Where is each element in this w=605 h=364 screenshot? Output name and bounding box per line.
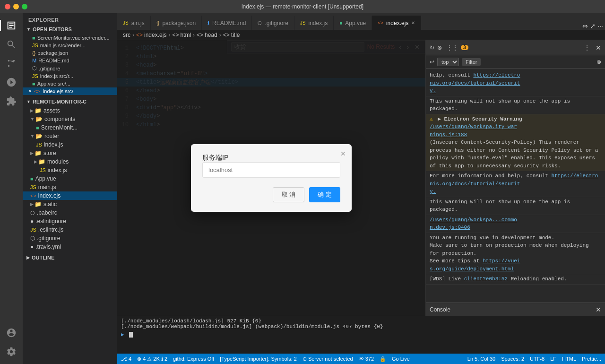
devtools-back-icon[interactable]: ↩ — [430, 59, 434, 65]
console-close-button[interactable]: ✕ — [596, 306, 601, 313]
git-status[interactable]: ⎇ 4 — [121, 356, 131, 362]
open-editor-main[interactable]: JS main.js src/render... — [23, 42, 117, 49]
devtools-more-icon[interactable]: ⋮⋮ — [447, 44, 458, 51]
server-ip-input[interactable] — [202, 162, 340, 178]
spaces-status[interactable]: Spaces: 2 — [501, 356, 524, 362]
tree-components[interactable]: ▼ 📂 components — [23, 115, 117, 123]
golive-status[interactable]: Go Live — [392, 356, 410, 362]
tree-assets[interactable]: ▶ 📁 assets — [23, 106, 117, 115]
log-entry-warning: ⚠ ▶ Electron Security Warning /Users/gua… — [426, 114, 605, 172]
breadcrumb-head[interactable]: <> head — [197, 32, 217, 38]
devtools-close-button[interactable]: ✕ — [596, 44, 601, 52]
js5-icon: JS — [30, 184, 36, 190]
tree-indexejs[interactable]: <> index.ejs — [23, 191, 117, 200]
tree-static[interactable]: ▶ 📁 static — [23, 200, 117, 208]
cancel-button[interactable]: 取 消 — [273, 187, 305, 202]
open-editor-indexejs[interactable]: ✕ <> index.ejs src/ — [23, 87, 117, 95]
tab-close-indexejs[interactable]: ✕ — [411, 20, 415, 26]
open-editor-indexjs[interactable]: JS index.js src/r... — [23, 72, 117, 80]
prettier-status[interactable]: Prettie... — [582, 356, 601, 362]
open-editors-section[interactable]: ▼ OPEN EDITORS — [23, 25, 117, 34]
devtools-more-actions[interactable]: ⋮ — [584, 44, 590, 51]
open-editor-appvue[interactable]: ■ App.vue src/... — [23, 80, 117, 87]
toggle-panel-button[interactable]: ⤢ — [590, 22, 596, 30]
log-link-5[interactable]: client?e0b3:52 — [464, 276, 508, 282]
log-link-3[interactable]: /Users/guang/workspa...common.dev.js:040… — [430, 217, 517, 231]
activity-remote[interactable] — [3, 324, 20, 341]
more-actions-button[interactable]: ··· — [597, 22, 603, 30]
encoding-status[interactable]: UTF-8 — [530, 356, 544, 362]
editor-toolbar: ⇔ ⤢ ··· — [580, 22, 605, 30]
tree-store[interactable]: ▶ 📁 store — [23, 149, 117, 157]
split-editor-button[interactable]: ⇔ — [582, 22, 588, 30]
close-icon-ejs[interactable]: ✕ — [28, 89, 32, 94]
tab-appvue[interactable]: ■ App.vue — [334, 16, 372, 30]
server-icon: ⊙ — [302, 356, 307, 362]
dialog-close-button[interactable]: ✕ — [340, 150, 346, 157]
breadcrumb-indexejs[interactable]: <> index.ejs — [136, 32, 166, 38]
open-editor-package[interactable]: {} package.json — [23, 49, 117, 57]
tab-gitignore[interactable]: ⬡ .gitignore — [252, 16, 294, 30]
activity-settings[interactable] — [3, 343, 20, 360]
filter-button[interactable]: Filter — [462, 58, 481, 66]
activity-search[interactable] — [3, 36, 20, 53]
githd-status[interactable]: githd: Express Off — [173, 356, 214, 362]
lines-status[interactable]: 👁 372 — [359, 356, 374, 362]
devtools-reload-icon[interactable]: ↻ — [430, 44, 434, 51]
devtools-log-content[interactable]: help, consult https://electronis.org/doc… — [426, 69, 605, 303]
error-warning-status[interactable]: ⊗ 4 ⚠ 2K ℹ 2 — [137, 356, 167, 362]
tab-indexejs[interactable]: <> index.ejs ✕ — [372, 16, 421, 30]
outline-section[interactable]: ▶ OUTLINE — [23, 253, 117, 262]
open-editor-readme[interactable]: M README.md — [23, 57, 117, 64]
tree-router-index[interactable]: JS index.js — [23, 140, 117, 149]
tree-eslintignore[interactable]: ● .eslintignore — [23, 217, 117, 225]
tree-eslintrc[interactable]: JS .eslintrc.js — [23, 225, 117, 234]
tab-ainjs[interactable]: JS ain.js — [117, 16, 151, 30]
tree-appvue[interactable]: ■ App.vue — [23, 174, 117, 183]
close-button[interactable] — [5, 4, 10, 9]
folder-icon-6: 📁 — [35, 201, 42, 208]
breadcrumb-src[interactable]: src — [123, 32, 130, 38]
tree-screenmonitor[interactable]: ■ ScreenMonit... — [23, 123, 117, 132]
vue4-icon: ■ — [30, 176, 34, 182]
ts-importer-status[interactable]: [TypeScript Importer]: Symbols: 2 — [220, 356, 297, 362]
js3-icon: JS — [36, 142, 42, 147]
warn-source-link[interactable]: /Users/guang/workspa.ity-warnings.js:188 — [430, 124, 517, 138]
minimize-button[interactable] — [13, 4, 19, 9]
maximize-button[interactable] — [22, 4, 27, 9]
tab-packagejson[interactable]: {} package.json — [151, 16, 202, 30]
terminal-area: [./node_modules/lodash/lodash.js] 527 Ki… — [117, 316, 605, 354]
dialog-overlay: 服务端IP ✕ 取 消 确 定 — [117, 40, 425, 316]
breadcrumb-html[interactable]: <> html — [172, 32, 191, 38]
editor-content[interactable]: No Results ‹ › ✕ 1<!DOCTYPE html> 2<html… — [117, 40, 425, 316]
activity-explorer[interactable] — [3, 17, 20, 34]
devtools-stop-icon[interactable]: ⊗ — [437, 44, 442, 51]
tree-mainjs[interactable]: JS main.js — [23, 183, 117, 191]
tab-indexjs[interactable]: JS index.js — [294, 16, 334, 30]
window-title: index.ejs — remote-monitor-client [Unsup… — [242, 3, 363, 10]
activity-debug[interactable] — [3, 74, 20, 91]
open-editor-screenmonitor[interactable]: ■ ScreenMonitor.vue src/render... — [23, 34, 117, 42]
status-right: Ln 5, Col 30 Spaces: 2 UTF-8 LF HTML Pre… — [467, 356, 601, 362]
breadcrumb-title[interactable]: <> title — [223, 32, 240, 38]
tree-gitignore[interactable]: ⬡ .gitignore — [23, 234, 117, 243]
outline-arrow: ▶ — [26, 255, 30, 260]
tab-readme[interactable]: ℹ README.md — [202, 16, 252, 30]
tree-travisyml[interactable]: ● .travis.yml — [23, 243, 117, 251]
context-select[interactable]: top — [437, 58, 459, 66]
lineend-status[interactable]: LF — [550, 356, 556, 362]
tree-modules[interactable]: ▶ 📁 modules — [23, 157, 117, 166]
server-status[interactable]: ⊙ Server not selected — [302, 356, 353, 362]
tree-store-index[interactable]: JS index.js — [23, 166, 117, 174]
console-clear-icon[interactable]: ⊗ — [596, 59, 601, 65]
ln-col-status[interactable]: Ln 5, Col 30 — [467, 356, 495, 362]
tree-babelrc[interactable]: ⬡ .babelrc — [23, 208, 117, 217]
activity-extensions[interactable] — [3, 93, 20, 110]
project-section[interactable]: ▼ REMOTE-MONITOR-C — [23, 97, 117, 106]
activity-git[interactable] — [3, 55, 20, 72]
tree-router[interactable]: ▼ 📂 router — [23, 132, 117, 140]
open-editor-gitignore[interactable]: ⬡ .gitignore — [23, 64, 117, 72]
confirm-button[interactable]: 确 定 — [309, 187, 340, 202]
lang-status[interactable]: HTML — [562, 356, 576, 362]
title-bar: index.ejs — remote-monitor-client [Unsup… — [0, 0, 605, 13]
